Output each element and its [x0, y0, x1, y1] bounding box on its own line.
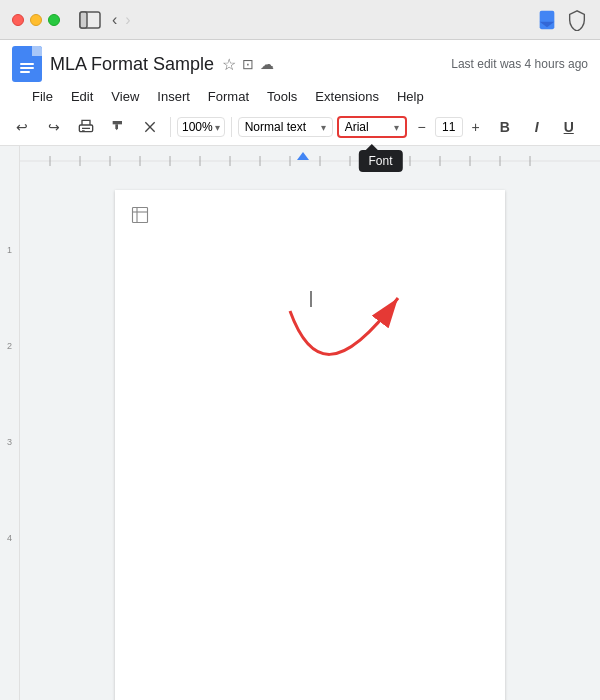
font-selector[interactable]: Arial ▾ Font: [337, 116, 407, 138]
shield-icon: [566, 9, 588, 31]
editor-body: 1 2 3 4: [0, 166, 600, 700]
print-button[interactable]: [72, 113, 100, 141]
menu-extensions[interactable]: Extensions: [307, 86, 387, 107]
ruler-num-2: 2: [7, 342, 12, 438]
table-icon: [131, 206, 149, 224]
title-bar-right-icons: [536, 9, 588, 31]
font-value: Arial: [345, 120, 390, 134]
last-edit-text: Last edit was 4 hours ago: [451, 57, 588, 71]
forward-button[interactable]: ›: [125, 11, 130, 29]
ruler-corner: [0, 146, 20, 166]
minimize-button[interactable]: [30, 14, 42, 26]
menu-bar: File Edit View Insert Format Tools Exten…: [12, 84, 588, 109]
style-arrow-icon: ▾: [321, 122, 326, 133]
italic-button[interactable]: I: [523, 113, 551, 141]
top-ruler-row: [0, 146, 600, 166]
page-options-icon[interactable]: [131, 206, 149, 228]
style-selector[interactable]: Normal text ▾: [238, 117, 333, 137]
traffic-lights: [12, 14, 60, 26]
docs-header: MLA Format Sample ☆ ⊡ ☁ Last edit was 4 …: [0, 40, 600, 109]
svg-rect-23: [133, 208, 148, 223]
underline-button[interactable]: U: [555, 113, 583, 141]
menu-tools[interactable]: Tools: [259, 86, 305, 107]
toolbar-divider-2: [231, 117, 232, 137]
horizontal-ruler: [20, 146, 600, 166]
ruler-indicator: [297, 152, 309, 160]
title-bar: ‹ ›: [0, 0, 600, 40]
font-size-increase-button[interactable]: +: [465, 116, 487, 138]
bookmark-icon: [536, 9, 558, 31]
ruler-num-4: 4: [7, 534, 12, 630]
menu-help[interactable]: Help: [389, 86, 432, 107]
font-arrow-icon: ▾: [394, 122, 399, 133]
back-button[interactable]: ‹: [112, 11, 117, 29]
ruler-num-3: 3: [7, 438, 12, 534]
font-size-area: − +: [411, 116, 487, 138]
zoom-selector[interactable]: 100% ▾: [177, 117, 225, 137]
text-cursor: [311, 291, 312, 307]
zoom-arrow-icon: ▾: [215, 122, 220, 133]
ruler-numbers: 1 2 3 4: [0, 166, 19, 630]
font-size-input[interactable]: [435, 117, 463, 137]
spellcheck-button[interactable]: [136, 113, 164, 141]
doc-move-icon[interactable]: ⊡: [242, 56, 254, 72]
ruler-num-1: 1: [7, 246, 12, 342]
font-tooltip: Font: [358, 150, 402, 172]
text-cursor-area[interactable]: [309, 290, 312, 308]
font-size-decrease-button[interactable]: −: [411, 116, 433, 138]
vertical-ruler: 1 2 3 4: [0, 166, 20, 700]
document-page[interactable]: [115, 190, 505, 700]
paint-format-button[interactable]: [104, 113, 132, 141]
bold-button[interactable]: B: [491, 113, 519, 141]
toolbar-divider-1: [170, 117, 171, 137]
spellcheck-icon: [142, 119, 158, 135]
sidebar-icon[interactable]: [79, 11, 101, 29]
zoom-value: 100%: [182, 120, 213, 134]
title-actions: ☆ ⊡ ☁: [222, 55, 274, 74]
menu-edit[interactable]: Edit: [63, 86, 101, 107]
print-icon: [78, 119, 94, 135]
menu-file[interactable]: File: [24, 86, 61, 107]
h-ruler-svg: [20, 146, 600, 166]
star-icon[interactable]: ☆: [222, 55, 236, 74]
undo-button[interactable]: ↩: [8, 113, 36, 141]
maximize-button[interactable]: [48, 14, 60, 26]
svg-rect-1: [80, 12, 87, 28]
paint-format-icon: [110, 119, 126, 135]
cloud-save-icon[interactable]: ☁: [260, 56, 274, 72]
toolbar: ↩ ↪ 100% ▾ Normal text ▾ Arial ▾ Font: [0, 109, 600, 146]
document-title[interactable]: MLA Format Sample: [50, 54, 214, 75]
menu-insert[interactable]: Insert: [149, 86, 198, 107]
style-value: Normal text: [245, 120, 306, 134]
close-button[interactable]: [12, 14, 24, 26]
menu-view[interactable]: View: [103, 86, 147, 107]
menu-format[interactable]: Format: [200, 86, 257, 107]
doc-container[interactable]: [20, 166, 600, 700]
editor-area: 1 2 3 4: [0, 146, 600, 700]
docs-title-row: MLA Format Sample ☆ ⊡ ☁ Last edit was 4 …: [12, 46, 588, 82]
docs-app-icon: [12, 46, 42, 82]
redo-button[interactable]: ↪: [40, 113, 68, 141]
